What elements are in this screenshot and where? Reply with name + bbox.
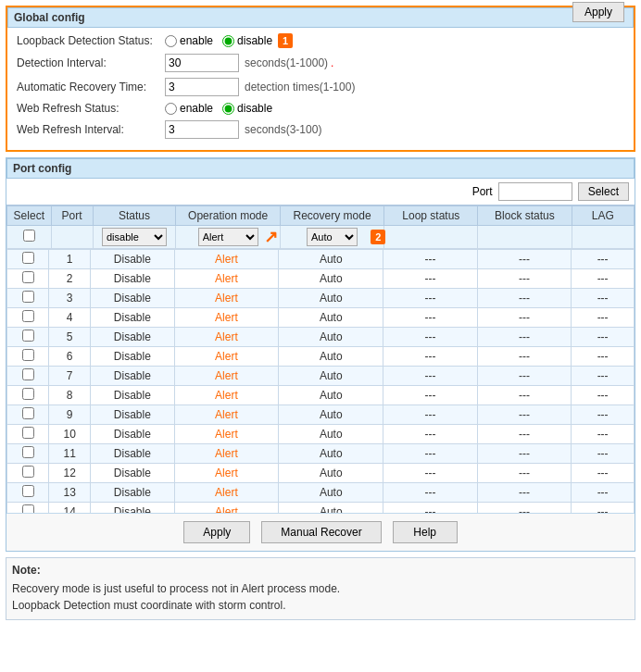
row-check-13[interactable]	[22, 485, 34, 497]
row-check-9[interactable]	[22, 407, 34, 419]
filter-operation-select[interactable]: Alert Alert+Block	[198, 228, 258, 246]
row-check-11[interactable]	[22, 446, 34, 458]
row-checkbox-7[interactable]	[7, 367, 49, 386]
row-check-8[interactable]	[22, 388, 34, 400]
note-line-1: Recovery mode is just useful to process …	[12, 580, 629, 597]
row-lag-9: ---	[572, 405, 635, 425]
recovery-time-input[interactable]	[165, 78, 239, 96]
loopback-disable-option[interactable]: disable	[222, 34, 272, 47]
row-status-11: Disable	[91, 444, 174, 464]
row-recovery-10: Auto	[279, 425, 383, 444]
row-recovery-3: Auto	[279, 289, 383, 308]
row-lag-8: ---	[572, 386, 635, 405]
row-recovery-11: Auto	[279, 444, 383, 464]
row-port-12: 12	[49, 464, 91, 483]
row-checkbox-11[interactable]	[7, 444, 49, 464]
row-port-7: 7	[49, 367, 91, 386]
table-row: 8 Disable Alert Auto --- --- ---	[7, 386, 635, 405]
row-checkbox-13[interactable]	[7, 483, 49, 503]
row-check-7[interactable]	[22, 368, 34, 380]
row-status-9: Disable	[91, 405, 174, 425]
web-interval-input[interactable]	[165, 120, 239, 139]
filter-port-cell	[51, 226, 93, 249]
row-loop-7: ---	[383, 367, 478, 386]
row-check-6[interactable]	[22, 349, 34, 361]
detection-interval-input[interactable]	[165, 54, 239, 72]
select-all-checkbox[interactable]	[23, 230, 35, 242]
web-refresh-disable-radio[interactable]	[222, 103, 234, 115]
badge-2: 2	[371, 230, 385, 244]
row-block-9: ---	[477, 405, 572, 425]
row-status-8: Disable	[91, 386, 174, 405]
filter-recovery-select[interactable]: Auto Manual	[307, 228, 358, 246]
row-checkbox-6[interactable]	[7, 347, 49, 367]
row-operation-14: Alert	[174, 503, 279, 514]
port-data-table: 1 Disable Alert Auto --- --- --- 2 Disab…	[6, 249, 635, 513]
row-status-10: Disable	[91, 425, 174, 444]
row-block-11: ---	[477, 444, 572, 464]
filter-status-select[interactable]: disable enable	[102, 228, 167, 246]
table-row: 2 Disable Alert Auto --- --- ---	[7, 269, 635, 289]
web-refresh-enable-radio[interactable]	[165, 103, 177, 115]
row-checkbox-2[interactable]	[7, 269, 49, 289]
web-refresh-enable-option[interactable]: enable	[165, 102, 213, 115]
web-refresh-disable-option[interactable]: disable	[222, 102, 272, 115]
col-operation: Operation mode	[176, 206, 280, 226]
web-refresh-radio-group: enable disable	[165, 102, 272, 115]
row-operation-13: Alert	[174, 483, 279, 503]
badge-1: 1	[278, 33, 293, 48]
row-checkbox-10[interactable]	[7, 425, 49, 444]
row-check-3[interactable]	[22, 291, 34, 303]
row-status-12: Disable	[91, 464, 174, 483]
row-block-8: ---	[477, 386, 572, 405]
filter-checkbox-cell[interactable]	[7, 226, 52, 249]
web-refresh-disable-label: disable	[237, 102, 272, 115]
row-operation-2: Alert	[174, 269, 279, 289]
row-checkbox-14[interactable]	[7, 503, 49, 514]
row-check-4[interactable]	[22, 310, 34, 322]
row-port-4: 4	[49, 308, 91, 328]
filter-operation-cell[interactable]: Alert Alert+Block ↗	[176, 226, 280, 249]
help-button[interactable]: Help	[393, 521, 458, 543]
row-port-8: 8	[49, 386, 91, 405]
row-recovery-12: Auto	[279, 464, 383, 483]
row-block-10: ---	[477, 425, 572, 444]
loopback-disable-radio[interactable]	[222, 35, 234, 47]
row-checkbox-3[interactable]	[7, 289, 49, 308]
row-checkbox-9[interactable]	[7, 405, 49, 425]
table-scroll-area[interactable]: 1 Disable Alert Auto --- --- --- 2 Disab…	[6, 249, 635, 513]
port-search-input[interactable]	[498, 182, 572, 201]
row-checkbox-8[interactable]	[7, 386, 49, 405]
global-apply-button[interactable]: Apply	[572, 2, 624, 22]
row-check-2[interactable]	[22, 271, 34, 283]
filter-status-cell[interactable]: disable enable	[93, 226, 176, 249]
filter-recovery-cell[interactable]: Auto Manual 2	[280, 226, 383, 249]
row-status-6: Disable	[91, 347, 174, 367]
loopback-enable-option[interactable]: enable	[165, 34, 213, 47]
row-recovery-2: Auto	[279, 269, 383, 289]
row-port-6: 6	[49, 347, 91, 367]
row-status-14: Disable	[91, 503, 174, 514]
row-check-14[interactable]	[22, 504, 34, 513]
port-apply-button[interactable]: Apply	[183, 521, 250, 543]
filter-loop-cell	[384, 226, 478, 249]
manual-recover-button[interactable]: Manual Recover	[261, 521, 381, 543]
loopback-enable-radio[interactable]	[165, 35, 177, 47]
row-block-7: ---	[477, 367, 572, 386]
note-line-2: Loopback Detection must coordinate with …	[12, 597, 629, 614]
row-checkbox-1[interactable]	[7, 250, 49, 269]
port-select-button[interactable]: Select	[578, 182, 629, 201]
row-check-10[interactable]	[22, 427, 34, 439]
row-checkbox-4[interactable]	[7, 308, 49, 328]
row-checkbox-5[interactable]	[7, 328, 49, 347]
detection-interval-label: Detection Interval:	[17, 56, 165, 69]
row-check-5[interactable]	[22, 330, 34, 342]
row-check-1[interactable]	[22, 252, 34, 264]
row-operation-4: Alert	[174, 308, 279, 328]
row-checkbox-12[interactable]	[7, 464, 49, 483]
row-lag-13: ---	[572, 483, 635, 503]
row-check-12[interactable]	[22, 466, 34, 478]
table-row: 5 Disable Alert Auto --- --- ---	[7, 328, 635, 347]
detection-interval-hint: seconds(1-1000)	[245, 56, 328, 69]
loopback-radio-group: enable disable	[165, 34, 272, 47]
